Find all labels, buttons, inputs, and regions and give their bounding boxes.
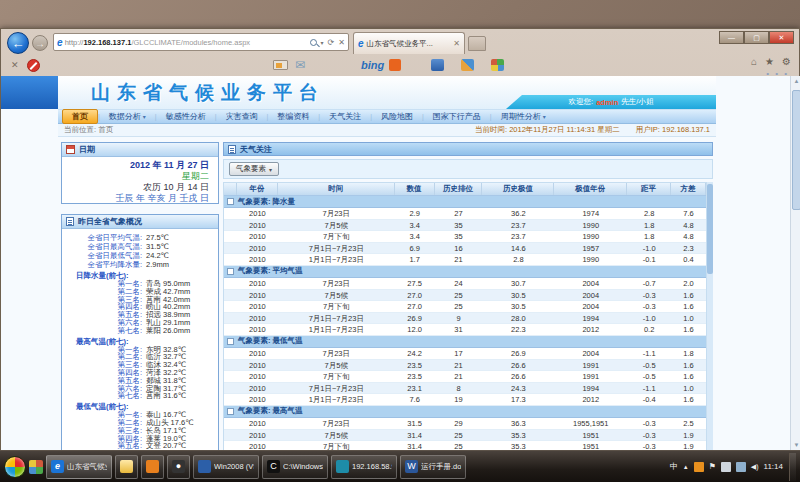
table-row[interactable]: 20107月23日24.21726.92004-1.11.8 — [224, 348, 706, 360]
taskbar-button-word[interactable]: W运行手册.docx - — [400, 455, 466, 479]
table-row[interactable]: 20107月1日~7月23日6.91614.61957-1.02.3 — [224, 243, 706, 255]
minimize-button[interactable]: — — [719, 31, 744, 44]
share-icon[interactable] — [461, 59, 474, 71]
column-header[interactable]: 历史极值 — [482, 183, 554, 195]
search-icon[interactable] — [310, 39, 317, 46]
nav-item-0[interactable]: 首页 — [62, 109, 98, 124]
messenger-icon[interactable] — [431, 59, 444, 71]
group-header-row[interactable]: 气象要素: 最高气温 — [224, 406, 706, 418]
table-row[interactable]: 20107月5候31.42535.31951-0.31.9 — [224, 430, 706, 442]
address-bar[interactable]: e http://192.168.137.1/GLCCLIMATE/module… — [53, 33, 349, 51]
maximize-button[interactable]: ▢ — [744, 31, 769, 44]
update-icon[interactable] — [736, 462, 746, 472]
volume-icon[interactable]: ◀) — [751, 463, 759, 471]
table-cell: 25 — [435, 430, 483, 441]
tmax-rank-label[interactable]: 第七名: — [64, 392, 142, 400]
stat-label[interactable]: 全省平均降水量: — [64, 260, 142, 269]
stop-icon[interactable]: ✕ — [338, 38, 345, 47]
table-row[interactable]: 20107月下旬27.02530.52004-0.31.6 — [224, 301, 706, 313]
table-row[interactable]: 20101月1日~7月23日7.61917.32012-0.41.6 — [224, 394, 706, 406]
nav-item-7[interactable]: 国家下行产品 — [424, 110, 490, 123]
stat-label[interactable]: 全省日平均气温: — [64, 233, 142, 242]
nav-item-8[interactable]: 周期性分析▾ — [492, 110, 555, 123]
group-header-row[interactable]: 气象要素: 降水量 — [224, 196, 706, 208]
taskbar-button-cmd[interactable]: CC:\Windows\s... — [262, 455, 328, 479]
group-header-row[interactable]: 气象要素: 最低气温 — [224, 336, 706, 348]
bing-logo[interactable]: bing — [361, 59, 384, 71]
table-row[interactable]: 20107月23日27.52430.72004-0.72.0 — [224, 278, 706, 290]
favorites-star-icon[interactable]: ★ — [765, 56, 774, 67]
ime-indicator[interactable]: 中 — [670, 461, 678, 472]
table-row[interactable]: 20107月下旬3.43523.719901.84.8 — [224, 231, 706, 243]
stat-value: 31.5℃ — [146, 242, 169, 251]
browser-tab[interactable]: e 山东省气候业务平... ✕ — [353, 32, 465, 54]
column-header[interactable]: 方差 — [671, 183, 706, 195]
table-row[interactable]: 20107月23日2.92736.219742.87.6 — [224, 208, 706, 220]
table-row[interactable]: 20107月下旬23.52126.61991-0.51.6 — [224, 371, 706, 383]
taskbar-button-vm[interactable]: Win2008 (VS2... — [193, 455, 259, 479]
bing-badge-icon[interactable] — [389, 59, 401, 71]
home-icon[interactable]: ⌂ — [751, 56, 757, 67]
group-checkbox[interactable] — [227, 338, 234, 345]
column-header[interactable]: 历史排位 — [435, 183, 483, 195]
antivirus-icon[interactable] — [694, 462, 704, 472]
taskbar-button-folder[interactable] — [115, 455, 138, 479]
chevron-down-icon[interactable]: ▾ — [321, 39, 324, 46]
show-desktop-button[interactable] — [789, 453, 796, 481]
page-scrollbar[interactable]: ▲ ▼ — [790, 76, 800, 451]
nav-item-2[interactable]: 敏感性分析 — [157, 110, 215, 123]
nav-item-4[interactable]: 整编资料 — [268, 110, 318, 123]
rain-rank-label[interactable]: 第七名: — [64, 327, 142, 335]
start-button[interactable] — [4, 456, 26, 478]
table-row[interactable]: 20107月5候3.43523.719901.84.8 — [224, 220, 706, 232]
action-center-flag-icon[interactable]: ⚑ — [709, 462, 716, 471]
refresh-icon[interactable]: ⟳ — [328, 38, 335, 47]
table-row[interactable]: 20107月1日~7月23日26.9928.01994-1.01.0 — [224, 313, 706, 325]
table-cell: 2010 — [237, 430, 278, 441]
group-checkbox[interactable] — [227, 198, 234, 205]
column-header[interactable]: 数值 — [395, 183, 435, 195]
back-button[interactable]: ← — [7, 32, 29, 54]
taskbar-button-media-app[interactable]: ● — [167, 455, 190, 479]
taskbar-button-ie[interactable]: e山东省气候业... — [46, 455, 112, 479]
table-row[interactable]: 20107月5候23.52126.61991-0.51.6 — [224, 360, 706, 372]
group-checkbox[interactable] — [227, 408, 234, 415]
group-header-row[interactable]: 气象要素: 平均气温 — [224, 266, 706, 278]
new-tab-button[interactable] — [468, 36, 486, 51]
quicklaunch-icon[interactable] — [29, 460, 43, 474]
toolbar-close-icon[interactable]: ✕ — [11, 60, 19, 70]
column-header[interactable]: 年份 — [237, 183, 278, 195]
taskbar-button-orange-app[interactable] — [141, 455, 164, 479]
forward-button[interactable]: → — [32, 35, 48, 51]
network-icon[interactable] — [721, 462, 731, 472]
table-row[interactable]: 20107月1日~7月23日23.1824.31994-1.11.0 — [224, 383, 706, 395]
apps-grid-icon[interactable] — [491, 59, 504, 71]
stat-label[interactable]: 全省日最低气温: — [64, 251, 142, 260]
group-checkbox[interactable] — [227, 268, 234, 275]
column-header[interactable]: 极值年份 — [554, 183, 627, 195]
nav-item-6[interactable]: 风险地图 — [372, 110, 422, 123]
stat-label[interactable]: 全省日最高气温: — [64, 242, 142, 251]
table-row[interactable]: 20101月1日~7月23日1.7212.81990-0.10.4 — [224, 254, 706, 266]
settings-gear-icon[interactable]: ⚙ — [782, 56, 791, 67]
card-icon[interactable] — [273, 60, 288, 70]
nav-item-3[interactable]: 灾害查询 — [217, 110, 267, 123]
tab-close-icon[interactable]: ✕ — [453, 39, 460, 48]
table-row[interactable]: 20107月23日31.52936.31955,1951-0.32.5 — [224, 418, 706, 430]
hidden-icons-chevron[interactable]: ▲ — [683, 464, 689, 470]
nav-item-1[interactable]: 数据分析▾ — [100, 110, 155, 123]
weather-element-dropdown[interactable]: 气象要素 ▾ — [229, 162, 279, 176]
nav-item-5[interactable]: 天气关注 — [320, 110, 370, 123]
column-header[interactable]: 时间 — [278, 183, 395, 195]
scrollbar-thumb[interactable] — [792, 90, 800, 210]
table-scrollbar[interactable] — [707, 182, 713, 451]
table-row[interactable]: 20101月1日~7月23日12.03122.320120.21.6 — [224, 324, 706, 336]
taskbar-button-remote[interactable]: 192.168.58.99... — [331, 455, 397, 479]
table-row[interactable]: 20107月5候27.02530.52004-0.31.6 — [224, 290, 706, 302]
taskbar-button-label: 192.168.58.99... — [352, 462, 392, 471]
taskbar-clock[interactable]: 11:14 — [764, 462, 783, 471]
close-button[interactable]: ✕ — [769, 31, 794, 44]
table-cell: 7月5候 — [278, 430, 395, 441]
mail-icon[interactable]: ✉ — [295, 58, 305, 72]
column-header[interactable]: 距平 — [627, 183, 671, 195]
